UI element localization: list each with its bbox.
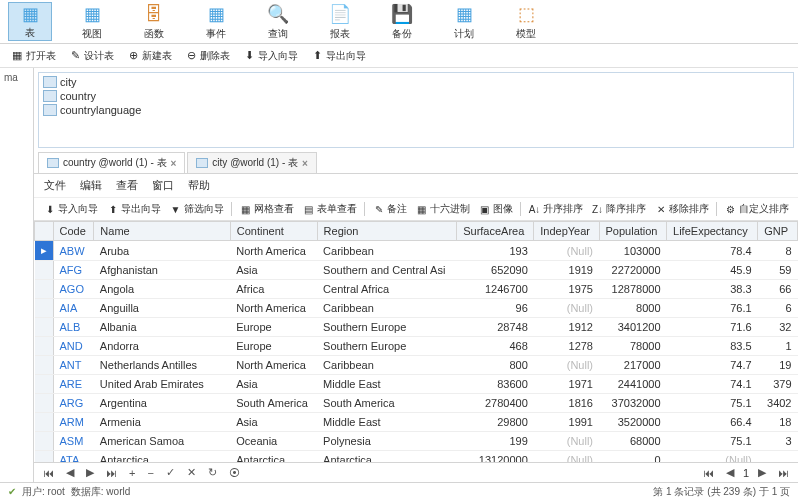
table-row[interactable]: AREUnited Arab EmiratesAsiaMiddle East83… <box>35 375 798 394</box>
cell-Name[interactable]: Armenia <box>94 413 230 432</box>
col-GNP[interactable]: GNP <box>758 222 798 241</box>
grid-tool-筛选向导[interactable]: ▼筛选向导 <box>166 201 227 217</box>
cell-SurfaceArea[interactable]: 468 <box>457 337 534 356</box>
cell-Code[interactable]: AIA <box>53 299 94 318</box>
table-row[interactable]: ANTNetherlands AntillesNorth AmericaCari… <box>35 356 798 375</box>
main-tool-表[interactable]: ▦表 <box>8 2 52 41</box>
object-city[interactable]: city <box>43 75 789 89</box>
sub-tool-导出向导[interactable]: ⬆导出向导 <box>306 48 370 64</box>
main-tool-报表[interactable]: 📄报表 <box>318 2 362 41</box>
nav-last-icon[interactable]: ⏭ <box>103 467 120 479</box>
page-last-icon[interactable]: ⏭ <box>775 467 792 479</box>
col-Code[interactable]: Code <box>53 222 94 241</box>
table-row[interactable]: AFGAfghanistanAsiaSouthern and Central A… <box>35 261 798 280</box>
cell-Population[interactable]: 217000 <box>599 356 667 375</box>
cell-IndepYear[interactable]: 1975 <box>534 280 599 299</box>
cell-Code[interactable]: ABW <box>53 241 94 261</box>
cell-Name[interactable]: Aruba <box>94 241 230 261</box>
col-IndepYear[interactable]: IndepYear <box>534 222 599 241</box>
cell-Region[interactable]: Middle East <box>317 413 457 432</box>
cell-Population[interactable]: 37032000 <box>599 394 667 413</box>
cell-GNP[interactable]: 6 <box>758 299 798 318</box>
nav-cancel-icon[interactable]: ✕ <box>184 466 199 479</box>
cell-GNP[interactable]: 1 <box>758 337 798 356</box>
cell-LifeExpectancy[interactable]: 71.6 <box>667 318 758 337</box>
cell-LifeExpectancy[interactable]: 78.4 <box>667 241 758 261</box>
cell-Name[interactable]: Afghanistan <box>94 261 230 280</box>
sub-tool-新建表[interactable]: ⊕新建表 <box>122 48 176 64</box>
cell-Code[interactable]: AFG <box>53 261 94 280</box>
cell-Continent[interactable]: Europe <box>230 318 317 337</box>
menu-编辑[interactable]: 编辑 <box>80 178 102 193</box>
cell-SurfaceArea[interactable]: 193 <box>457 241 534 261</box>
table-row[interactable]: ANDAndorraEuropeSouthern Europe468127878… <box>35 337 798 356</box>
cell-GNP[interactable] <box>758 451 798 463</box>
grid-tool-备注[interactable]: ✎备注 <box>369 201 410 217</box>
cell-Code[interactable]: AND <box>53 337 94 356</box>
cell-GNP[interactable]: 18 <box>758 413 798 432</box>
col-Population[interactable]: Population <box>599 222 667 241</box>
nav-prev-icon[interactable]: ◀ <box>63 466 77 479</box>
cell-GNP[interactable]: 19 <box>758 356 798 375</box>
cell-Continent[interactable]: North America <box>230 356 317 375</box>
cell-Name[interactable]: American Samoa <box>94 432 230 451</box>
cell-Population[interactable]: 103000 <box>599 241 667 261</box>
grid-tool-图像[interactable]: ▣图像 <box>475 201 516 217</box>
main-tool-计划[interactable]: ▦计划 <box>442 2 486 41</box>
nav-add-icon[interactable]: + <box>126 467 138 479</box>
menu-文件[interactable]: 文件 <box>44 178 66 193</box>
cell-LifeExpectancy[interactable]: 45.9 <box>667 261 758 280</box>
cell-GNP[interactable]: 8 <box>758 241 798 261</box>
col-Name[interactable]: Name <box>94 222 230 241</box>
tab[interactable]: country @world (1) - 表× <box>38 152 185 173</box>
cell-SurfaceArea[interactable]: 83600 <box>457 375 534 394</box>
nav-refresh-icon[interactable]: ↻ <box>205 466 220 479</box>
nav-first-icon[interactable]: ⏮ <box>40 467 57 479</box>
main-tool-查询[interactable]: 🔍查询 <box>256 2 300 41</box>
close-icon[interactable]: × <box>302 158 308 169</box>
cell-GNP[interactable]: 32 <box>758 318 798 337</box>
cell-LifeExpectancy[interactable]: (Null) <box>667 451 758 463</box>
main-tool-事件[interactable]: ▦事件 <box>194 2 238 41</box>
table-row[interactable]: ▸ABWArubaNorth AmericaCaribbean193(Null)… <box>35 241 798 261</box>
cell-Continent[interactable]: Antarctica <box>230 451 317 463</box>
cell-Name[interactable]: Angola <box>94 280 230 299</box>
cell-GNP[interactable]: 66 <box>758 280 798 299</box>
object-country[interactable]: country <box>43 89 789 103</box>
cell-SurfaceArea[interactable]: 96 <box>457 299 534 318</box>
grid-tool-导入向导[interactable]: ⬇导入向导 <box>40 201 101 217</box>
cell-Population[interactable]: 78000 <box>599 337 667 356</box>
cell-SurfaceArea[interactable]: 652090 <box>457 261 534 280</box>
cell-Region[interactable]: South America <box>317 394 457 413</box>
cell-Code[interactable]: ARG <box>53 394 94 413</box>
cell-IndepYear[interactable]: 1991 <box>534 413 599 432</box>
cell-Name[interactable]: United Arab Emirates <box>94 375 230 394</box>
cell-Region[interactable]: Southern and Central Asi <box>317 261 457 280</box>
cell-Continent[interactable]: Asia <box>230 375 317 394</box>
cell-Continent[interactable]: North America <box>230 299 317 318</box>
close-icon[interactable]: × <box>171 158 177 169</box>
cell-IndepYear[interactable]: (Null) <box>534 356 599 375</box>
cell-Population[interactable]: 3401200 <box>599 318 667 337</box>
table-row[interactable]: AGOAngolaAfricaCentral Africa12467001975… <box>35 280 798 299</box>
cell-Region[interactable]: Caribbean <box>317 299 457 318</box>
grid-tool-导出向导[interactable]: ⬆导出向导 <box>103 201 164 217</box>
grid-tool-升序排序[interactable]: A↓升序排序 <box>525 201 586 217</box>
cell-Continent[interactable]: Oceania <box>230 432 317 451</box>
cell-SurfaceArea[interactable]: 2780400 <box>457 394 534 413</box>
cell-SurfaceArea[interactable]: 1246700 <box>457 280 534 299</box>
col-LifeExpectancy[interactable]: LifeExpectancy <box>667 222 758 241</box>
menu-窗口[interactable]: 窗口 <box>152 178 174 193</box>
cell-Region[interactable]: Southern Europe <box>317 318 457 337</box>
cell-Population[interactable]: 8000 <box>599 299 667 318</box>
page-next-icon[interactable]: ▶ <box>755 466 769 479</box>
page-first-icon[interactable]: ⏮ <box>700 467 717 479</box>
cell-IndepYear[interactable]: (Null) <box>534 299 599 318</box>
cell-SurfaceArea[interactable]: 28748 <box>457 318 534 337</box>
cell-SurfaceArea[interactable]: 800 <box>457 356 534 375</box>
cell-Region[interactable]: Polynesia <box>317 432 457 451</box>
sub-tool-打开表[interactable]: ▦打开表 <box>6 48 60 64</box>
cell-Continent[interactable]: Asia <box>230 413 317 432</box>
cell-Region[interactable]: Antarctica <box>317 451 457 463</box>
cell-GNP[interactable]: 379 <box>758 375 798 394</box>
